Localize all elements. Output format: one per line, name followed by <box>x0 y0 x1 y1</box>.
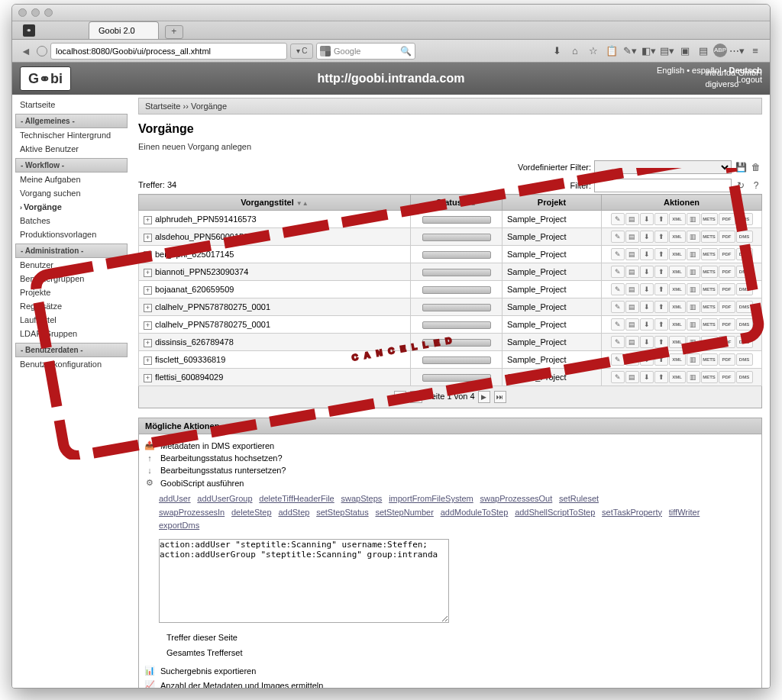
page-prev-button[interactable]: ◀ <box>410 391 422 403</box>
action-download-icon[interactable]: ⬇ <box>640 213 654 225</box>
lang-english[interactable]: English <box>657 66 684 75</box>
script-link[interactable]: addStep <box>278 508 309 517</box>
download-icon[interactable]: ⬇ <box>548 44 565 59</box>
new-tab-button[interactable]: + <box>165 25 183 39</box>
menu-icon[interactable]: ≡ <box>747 44 764 59</box>
script-link[interactable]: setStepStatus <box>316 508 369 517</box>
action-upload-icon[interactable]: ⬆ <box>654 266 668 278</box>
process-title[interactable]: bergsphi_625017145 <box>155 250 234 259</box>
action-doc-icon[interactable]: ▥ <box>687 266 700 278</box>
action-count-metadata[interactable]: 📈Anzahl der Metadaten und Images ermitte… <box>144 678 757 688</box>
action-export-results[interactable]: 📊Suchergebnis exportieren <box>144 663 757 678</box>
action-export-dms[interactable]: 📤Metadaten in DMS exportieren <box>144 439 757 452</box>
action-download-icon[interactable]: ⬇ <box>640 231 654 243</box>
scope-all[interactable]: Gesamtes Trefferset <box>166 646 734 661</box>
highlighter-icon[interactable]: ✎▾ <box>622 44 638 59</box>
url-input[interactable]: localhost:8080/Goobi/ui/process_all.xhtm… <box>50 43 287 60</box>
action-mets-icon[interactable]: METS <box>701 213 718 225</box>
process-title[interactable]: fisclett_609336819 <box>155 355 225 364</box>
script-link[interactable]: exportDms <box>159 521 199 530</box>
lang-spanish[interactable]: español <box>692 66 722 75</box>
bookmark-star-icon[interactable]: ☆ <box>585 44 602 59</box>
process-title[interactable]: biannoti_PPN523090374 <box>155 267 248 276</box>
action-edit-icon[interactable]: ✎ <box>611 231 625 243</box>
sidebar-item-usergroups[interactable]: Benutzergruppen <box>15 272 128 285</box>
action-metadata-icon[interactable]: ▤ <box>625 213 639 225</box>
action-download-icon[interactable]: ⬇ <box>640 301 654 313</box>
action-pdf-icon[interactable]: PDF <box>719 213 735 225</box>
action-metadata-icon[interactable]: ▤ <box>625 371 639 383</box>
site-identity-icon[interactable] <box>37 46 47 56</box>
action-edit-icon[interactable]: ✎ <box>611 301 625 313</box>
action-upload-icon[interactable]: ⬆ <box>654 248 668 260</box>
action-edit-icon[interactable]: ✎ <box>611 283 625 295</box>
action-upload-icon[interactable]: ⬆ <box>654 283 668 295</box>
back-button[interactable]: ◄ <box>18 44 34 59</box>
filter-input[interactable] <box>594 179 732 192</box>
action-download-icon[interactable]: ⬇ <box>640 283 654 295</box>
zoom-window-icon[interactable] <box>44 8 53 17</box>
sidebar-item-templates[interactable]: Produktionsvorlagen <box>15 227 128 241</box>
reload-button[interactable]: ▾ C <box>290 44 313 59</box>
action-xml-icon[interactable]: XML <box>669 318 686 331</box>
expand-icon[interactable]: + <box>144 356 152 365</box>
expand-icon[interactable]: + <box>144 251 152 260</box>
apply-filter-icon[interactable]: ↻ <box>735 179 747 192</box>
script-link[interactable]: addUser <box>159 494 191 503</box>
action-xml-icon[interactable]: XML <box>669 301 686 313</box>
action-edit-icon[interactable]: ✎ <box>611 266 625 278</box>
action-pdf-icon[interactable]: PDF <box>719 336 735 348</box>
action-edit-icon[interactable]: ✎ <box>611 371 625 383</box>
action-xml-icon[interactable]: XML <box>669 371 686 383</box>
sort-icon[interactable]: ▼▲ <box>296 200 309 207</box>
action-pdf-icon[interactable]: PDF <box>719 353 735 366</box>
lang-german[interactable]: Deutsch <box>729 66 762 75</box>
process-title[interactable]: dissinsis_626789478 <box>155 337 234 347</box>
action-mets-icon[interactable]: METS <box>701 318 718 331</box>
filter-help-icon[interactable]: ? <box>750 179 762 192</box>
action-goobiscript[interactable]: ⚙GoobiScript ausführen <box>144 476 757 489</box>
action-download-icon[interactable]: ⬇ <box>640 248 654 260</box>
action-mets-icon[interactable]: METS <box>701 353 718 366</box>
sidebar-item-users[interactable]: Benutzer <box>15 258 128 272</box>
action-metadata-icon[interactable]: ▤ <box>625 248 639 260</box>
action-dms-icon[interactable]: DMS <box>736 318 753 331</box>
action-metadata-icon[interactable]: ▤ <box>625 266 639 278</box>
action-mets-icon[interactable]: METS <box>701 231 718 243</box>
process-title[interactable]: alphrudeh_PPN591416573 <box>155 215 257 224</box>
action-dms-icon[interactable]: DMS <box>736 336 753 348</box>
plugin1-icon[interactable]: ◧▾ <box>640 44 657 59</box>
action-xml-icon[interactable]: XML <box>669 283 686 295</box>
action-download-icon[interactable]: ⬇ <box>640 336 654 348</box>
script-link[interactable]: addModuleToStep <box>441 508 509 517</box>
action-dms-icon[interactable]: DMS <box>736 283 753 295</box>
process-title[interactable]: clalhelv_PPN578780275_0001 <box>155 320 270 329</box>
expand-icon[interactable]: + <box>144 269 152 277</box>
sidebar-item-active-users[interactable]: Aktive Benutzer <box>15 142 128 156</box>
action-doc-icon[interactable]: ▥ <box>687 231 700 243</box>
script-link[interactable]: swapProzessesIn <box>159 508 225 517</box>
sidebar-item-processes[interactable]: ›Vorgänge <box>15 200 128 214</box>
action-metadata-icon[interactable]: ▤ <box>625 301 639 313</box>
action-upload-icon[interactable]: ⬆ <box>654 231 668 243</box>
process-title[interactable]: clalhelv_PPN578780275_0001 <box>155 302 270 311</box>
action-upload-icon[interactable]: ⬆ <box>654 301 668 313</box>
page-last-button[interactable]: ⏭ <box>494 391 506 403</box>
action-pdf-icon[interactable]: PDF <box>719 301 735 313</box>
action-download-icon[interactable]: ⬇ <box>640 266 654 278</box>
action-dms-icon[interactable]: DMS <box>736 301 753 313</box>
script-link[interactable]: addUserGroup <box>197 494 252 503</box>
action-dms-icon[interactable]: DMS <box>736 266 753 278</box>
action-pdf-icon[interactable]: PDF <box>719 231 735 243</box>
sidebar-item-home[interactable]: Startseite <box>15 98 128 111</box>
action-xml-icon[interactable]: XML <box>669 231 686 243</box>
predef-filter-select[interactable] <box>594 160 732 174</box>
action-pdf-icon[interactable]: PDF <box>719 371 735 383</box>
new-process-link[interactable]: Einen neuen Vorgang anlegen <box>138 142 762 151</box>
action-doc-icon[interactable]: ▥ <box>687 283 700 295</box>
action-pdf-icon[interactable]: PDF <box>719 266 735 278</box>
process-title[interactable]: alsdehou_PPN560091583 <box>155 232 253 241</box>
script-link[interactable]: tiffWriter <box>669 508 700 517</box>
action-dms-icon[interactable]: DMS <box>736 213 753 225</box>
sidebar-item-projects[interactable]: Projekte <box>15 285 128 299</box>
